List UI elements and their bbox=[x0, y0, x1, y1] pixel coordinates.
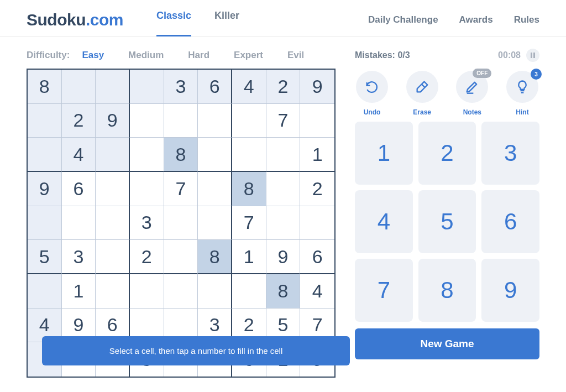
cell-r5-c9[interactable] bbox=[300, 206, 334, 241]
cell-r3-c4[interactable] bbox=[130, 138, 164, 172]
cell-r2-c4[interactable] bbox=[130, 104, 164, 138]
cell-r2-c5[interactable] bbox=[164, 104, 198, 138]
cell-r5-c8[interactable] bbox=[266, 206, 301, 241]
cell-r6-c3[interactable] bbox=[96, 240, 130, 274]
number-pad: 123456789 bbox=[355, 122, 539, 322]
difficulty-evil[interactable]: Evil bbox=[287, 50, 304, 61]
cell-r2-c1[interactable] bbox=[28, 104, 62, 138]
cell-r4-c8[interactable] bbox=[266, 172, 301, 206]
cell-r6-c5[interactable] bbox=[164, 240, 198, 274]
cell-r1-c8[interactable]: 2 bbox=[266, 70, 301, 104]
cell-r6-c4[interactable]: 2 bbox=[130, 240, 164, 274]
numpad-7[interactable]: 7 bbox=[355, 259, 413, 322]
erase-button[interactable]: Erase bbox=[405, 71, 439, 116]
cell-r1-c2[interactable] bbox=[62, 70, 96, 104]
nav-modes: ClassicKiller bbox=[156, 10, 239, 29]
cell-r2-c6[interactable] bbox=[198, 104, 232, 138]
cell-r4-c1[interactable]: 9 bbox=[28, 172, 62, 206]
cell-r1-c1[interactable]: 8 bbox=[28, 70, 62, 104]
cell-r7-c4[interactable] bbox=[130, 274, 164, 309]
cell-r3-c8[interactable] bbox=[266, 138, 301, 172]
cell-r3-c9[interactable]: 1 bbox=[300, 138, 334, 172]
cell-r3-c1[interactable] bbox=[28, 138, 62, 172]
status-row: Mistakes: 0/3 00:08 bbox=[355, 50, 539, 61]
cell-r4-c4[interactable] bbox=[130, 172, 164, 206]
cell-r4-c5[interactable]: 7 bbox=[164, 172, 198, 206]
logo[interactable]: Sudoku.com bbox=[27, 11, 123, 29]
hint-button[interactable]: 3 Hint bbox=[505, 71, 539, 116]
cell-r3-c2[interactable]: 4 bbox=[62, 138, 96, 172]
cell-r3-c6[interactable] bbox=[198, 138, 232, 172]
difficulty-row: Difficulty: EasyMediumHardExpertEvil bbox=[27, 50, 336, 61]
difficulty-easy[interactable]: Easy bbox=[82, 50, 104, 61]
cell-r4-c3[interactable] bbox=[96, 172, 130, 206]
cell-r5-c6[interactable] bbox=[198, 206, 232, 241]
cell-r2-c7[interactable] bbox=[232, 104, 266, 138]
notes-button[interactable]: OFF Notes bbox=[455, 71, 489, 116]
nav-link-daily-challenge[interactable]: Daily Challenge bbox=[368, 14, 438, 25]
new-game-button[interactable]: New Game bbox=[355, 328, 539, 359]
tooltip: Select a cell, then tap a number to fill… bbox=[42, 336, 350, 365]
mistakes-label: Mistakes: 0/3 bbox=[355, 50, 410, 60]
numpad-8[interactable]: 8 bbox=[418, 259, 476, 322]
cell-r7-c3[interactable] bbox=[96, 274, 130, 309]
numpad-6[interactable]: 6 bbox=[481, 190, 539, 253]
cell-r5-c4[interactable]: 3 bbox=[130, 206, 164, 241]
cell-r4-c9[interactable]: 2 bbox=[300, 172, 334, 206]
cell-r1-c9[interactable]: 9 bbox=[300, 70, 334, 104]
cell-r1-c6[interactable]: 6 bbox=[198, 70, 232, 104]
cell-r6-c8[interactable]: 9 bbox=[266, 240, 301, 274]
cell-r6-c1[interactable]: 5 bbox=[28, 240, 62, 274]
cell-r7-c6[interactable] bbox=[198, 274, 232, 309]
cell-r2-c8[interactable]: 7 bbox=[266, 104, 301, 138]
numpad-3[interactable]: 3 bbox=[481, 122, 539, 185]
cell-r6-c2[interactable]: 3 bbox=[62, 240, 96, 274]
header: Sudoku.com ClassicKiller Daily Challenge… bbox=[0, 0, 566, 36]
cell-r1-c7[interactable]: 4 bbox=[232, 70, 266, 104]
undo-button[interactable]: Undo bbox=[355, 71, 389, 116]
difficulty-medium[interactable]: Medium bbox=[128, 50, 164, 61]
numpad-2[interactable]: 2 bbox=[418, 122, 476, 185]
nav-link-awards[interactable]: Awards bbox=[459, 14, 493, 25]
numpad-4[interactable]: 4 bbox=[355, 190, 413, 253]
numpad-5[interactable]: 5 bbox=[418, 190, 476, 253]
cell-r7-c5[interactable] bbox=[164, 274, 198, 309]
undo-label: Undo bbox=[364, 108, 381, 116]
cell-r5-c5[interactable] bbox=[164, 206, 198, 241]
cell-r7-c2[interactable]: 1 bbox=[62, 274, 96, 309]
cell-r5-c1[interactable] bbox=[28, 206, 62, 241]
cell-r3-c5[interactable]: 8 bbox=[164, 138, 198, 172]
difficulty-expert[interactable]: Expert bbox=[234, 50, 263, 61]
pause-button[interactable] bbox=[526, 49, 539, 62]
cell-r5-c2[interactable] bbox=[62, 206, 96, 241]
cell-r7-c1[interactable] bbox=[28, 274, 62, 309]
cell-r7-c7[interactable] bbox=[232, 274, 266, 309]
cell-r5-c7[interactable]: 7 bbox=[232, 206, 266, 241]
cell-r1-c4[interactable] bbox=[130, 70, 164, 104]
svg-line-2 bbox=[421, 84, 424, 87]
cell-r4-c6[interactable] bbox=[198, 172, 232, 206]
logo-text: Sudoku bbox=[27, 11, 86, 29]
nav-link-rules[interactable]: Rules bbox=[514, 14, 539, 25]
cell-r1-c5[interactable]: 3 bbox=[164, 70, 198, 104]
numpad-9[interactable]: 9 bbox=[481, 259, 539, 322]
cell-r6-c7[interactable]: 1 bbox=[232, 240, 266, 274]
nav-mode-classic[interactable]: Classic bbox=[156, 10, 191, 29]
cell-r3-c7[interactable] bbox=[232, 138, 266, 172]
cell-r4-c7[interactable]: 8 bbox=[232, 172, 266, 206]
nav-mode-killer[interactable]: Killer bbox=[214, 10, 239, 29]
cell-r2-c2[interactable]: 2 bbox=[62, 104, 96, 138]
cell-r2-c9[interactable] bbox=[300, 104, 334, 138]
cell-r6-c9[interactable]: 6 bbox=[300, 240, 334, 274]
difficulty-hard[interactable]: Hard bbox=[188, 50, 209, 61]
cell-r5-c3[interactable] bbox=[96, 206, 130, 241]
cell-r7-c9[interactable]: 4 bbox=[300, 274, 334, 309]
cell-r2-c3[interactable]: 9 bbox=[96, 104, 130, 138]
numpad-1[interactable]: 1 bbox=[355, 122, 413, 185]
cell-r1-c3[interactable] bbox=[96, 70, 130, 104]
timer-value: 00:08 bbox=[498, 50, 521, 60]
cell-r4-c2[interactable]: 6 bbox=[62, 172, 96, 206]
cell-r3-c3[interactable] bbox=[96, 138, 130, 172]
cell-r6-c6[interactable]: 8 bbox=[198, 240, 232, 274]
cell-r7-c8[interactable]: 8 bbox=[266, 274, 301, 309]
